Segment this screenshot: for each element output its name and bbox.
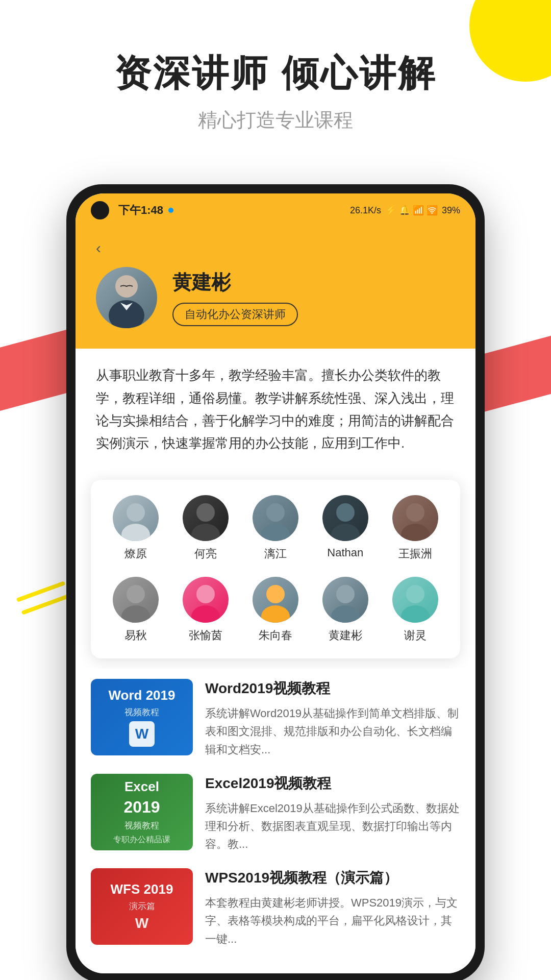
course-item-wps[interactable]: WFS 2019 演示篇 W WPS2019视频教程（演示篇） 本套教程由黄建彬… <box>91 868 460 948</box>
teacher-avatar-huangjianbin <box>322 577 368 623</box>
course-desc-wps: 本套教程由黄建彬老师讲授。WPS2019演示，与文字、表格等模块构成的平台，扁平… <box>205 894 460 948</box>
teacher-item[interactable]: 王振洲 <box>387 495 443 561</box>
teacher-avatar-yiqiu <box>113 577 159 623</box>
teacher-name-zhangyuyin: 张愉茵 <box>189 628 222 643</box>
svg-point-11 <box>401 524 430 541</box>
wps-icon: W <box>135 915 148 932</box>
teacher-name-liaoyuan: 燎原 <box>124 546 147 561</box>
svg-point-2 <box>127 503 145 522</box>
svg-point-13 <box>121 605 150 623</box>
course-desc-excel: 系统讲解Excel2019从基础操作到公式函数、数据处理和分析、数据图表直观呈现… <box>205 799 460 853</box>
camera-notch <box>91 201 109 219</box>
excel-thumb-title: Excel <box>124 779 159 795</box>
teacher-avatar-zhangyuyin <box>183 577 229 623</box>
teacher-name-heliang: 何亮 <box>194 546 217 561</box>
status-dot <box>168 208 173 213</box>
teacher-avatar-heliang <box>183 495 229 541</box>
teacher-name-xieling: 谢灵 <box>404 628 427 643</box>
phone-inner: 下午1:48 26.1K/s ⚡ 🔔 📶 🛜 39% ‹ <box>76 193 475 973</box>
teacher-item[interactable]: 漓江 <box>247 495 304 561</box>
course-info-wps: WPS2019视频教程（演示篇） 本套教程由黄建彬老师讲授。WPS2019演示，… <box>205 868 460 948</box>
teacher-avatar-nathan <box>322 495 368 541</box>
teacher-item[interactable]: 张愉茵 <box>178 577 234 643</box>
teacher-avatar-liaoyuan <box>113 495 159 541</box>
excel-thumb-subtitle: 视频教程 <box>124 820 159 831</box>
instructor-avatar <box>96 267 157 328</box>
teacher-item[interactable]: 黄建彬 <box>317 577 373 643</box>
status-left: 下午1:48 <box>91 201 173 219</box>
teacher-item[interactable]: 何亮 <box>178 495 234 561</box>
teacher-name-nathan: Nathan <box>327 546 363 559</box>
svg-point-16 <box>266 585 285 603</box>
teacher-name-huangjianbin: 黄建彬 <box>329 628 362 643</box>
teacher-name-yiqiu: 易秋 <box>124 628 147 643</box>
course-thumb-excel: Excel 2019 视频教程 专职办公精品课 <box>91 774 193 850</box>
svg-point-19 <box>331 605 360 623</box>
svg-point-3 <box>121 524 150 541</box>
excel-thumb-year: 2019 <box>123 798 160 817</box>
teachers-card: 燎原 何亮 <box>91 480 460 658</box>
svg-point-12 <box>127 585 145 603</box>
course-thumb-word: Word 2019 视频教程 W <box>91 679 193 755</box>
phone-mockup: 下午1:48 26.1K/s ⚡ 🔔 📶 🛜 39% ‹ <box>66 184 485 980</box>
teacher-item[interactable]: 易秋 <box>108 577 164 643</box>
teachers-row-1: 燎原 何亮 <box>101 495 450 561</box>
teacher-item[interactable]: Nathan <box>317 495 373 561</box>
phone-wrapper: 下午1:48 26.1K/s ⚡ 🔔 📶 🛜 39% ‹ <box>0 184 551 980</box>
teacher-avatar-xieling <box>392 577 438 623</box>
course-info-excel: Excel2019视频教程 系统讲解Excel2019从基础操作到公式函数、数据… <box>205 774 460 853</box>
course-item-excel[interactable]: Excel 2019 视频教程 专职办公精品课 Excel2019视频教程 系统… <box>91 774 460 853</box>
svg-point-8 <box>336 503 355 522</box>
course-title-wps: WPS2019视频教程（演示篇） <box>205 868 460 888</box>
svg-point-5 <box>191 524 220 541</box>
instructor-description: 从事职业教育十多年，教学经验丰富。擅长办公类软件的教学，教程详细，通俗易懂。教学… <box>76 349 475 470</box>
teachers-row-2: 易秋 张愉茵 <box>101 577 450 643</box>
svg-point-4 <box>196 503 215 522</box>
instructor-avatar-svg <box>101 267 152 328</box>
svg-point-9 <box>331 524 360 541</box>
svg-point-1 <box>109 300 144 328</box>
instructor-name: 黄建彬 <box>172 270 455 296</box>
status-time: 下午1:48 <box>118 203 163 218</box>
wps-thumb-subtitle: 演示篇 <box>129 900 155 912</box>
excel-thumb-tag: 专职办公精品课 <box>113 835 170 845</box>
status-right: 26.1K/s ⚡ 🔔 📶 🛜 39% <box>350 205 460 216</box>
teacher-item[interactable]: 谢灵 <box>387 577 443 643</box>
svg-point-18 <box>336 585 355 603</box>
course-title-word: Word2019视频教程 <box>205 679 460 698</box>
instructor-badge: 自动化办公资深讲师 <box>172 303 298 326</box>
header-section: 资深讲师 倾心讲解 精心打造专业课程 <box>0 0 551 164</box>
teacher-name-zhuxiangchun: 朱向春 <box>259 628 292 643</box>
teacher-name-lijiang: 漓江 <box>264 546 287 561</box>
svg-point-14 <box>196 585 215 603</box>
word-thumb-title: Word 2019 <box>108 688 175 703</box>
status-speed: 26.1K/s <box>350 205 381 216</box>
instructor-info: 黄建彬 自动化办公资深讲师 <box>96 267 455 328</box>
back-button[interactable]: ‹ <box>96 239 455 257</box>
course-item-word[interactable]: Word 2019 视频教程 W Word2019视频教程 系统讲解Word20… <box>91 679 460 758</box>
teacher-avatar-zhuxiangchun <box>253 577 298 623</box>
status-bar: 下午1:48 26.1K/s ⚡ 🔔 📶 🛜 39% <box>76 193 475 224</box>
course-thumb-wps: WFS 2019 演示篇 W <box>91 868 193 945</box>
svg-point-10 <box>406 503 424 522</box>
course-info-word: Word2019视频教程 系统讲解Word2019从基础操作到简单文档排版、制表… <box>205 679 460 758</box>
course-title-excel: Excel2019视频教程 <box>205 774 460 793</box>
course-desc-word: 系统讲解Word2019从基础操作到简单文档排版、制表和图文混排、规范排版和办公… <box>205 704 460 758</box>
word-icon: W <box>129 721 155 747</box>
status-icons: ⚡ 🔔 📶 🛜 <box>385 205 438 216</box>
svg-point-21 <box>401 605 430 623</box>
teacher-avatar-wangzhenzou <box>392 495 438 541</box>
svg-point-17 <box>261 605 290 623</box>
teacher-item[interactable]: 朱向春 <box>247 577 304 643</box>
sub-title: 精心打造专业课程 <box>20 107 531 133</box>
battery-icon: 39% <box>442 205 460 216</box>
teacher-name-wangzhenzou: 王振洲 <box>398 546 432 561</box>
teacher-avatar-lijiang <box>253 495 298 541</box>
word-thumb-subtitle: 视频教程 <box>124 706 159 718</box>
svg-point-20 <box>406 585 424 603</box>
svg-point-15 <box>191 605 220 623</box>
teacher-item[interactable]: 燎原 <box>108 495 164 561</box>
main-title: 资深讲师 倾心讲解 <box>20 51 531 95</box>
instructor-header: ‹ <box>76 224 475 349</box>
svg-point-7 <box>261 524 290 541</box>
